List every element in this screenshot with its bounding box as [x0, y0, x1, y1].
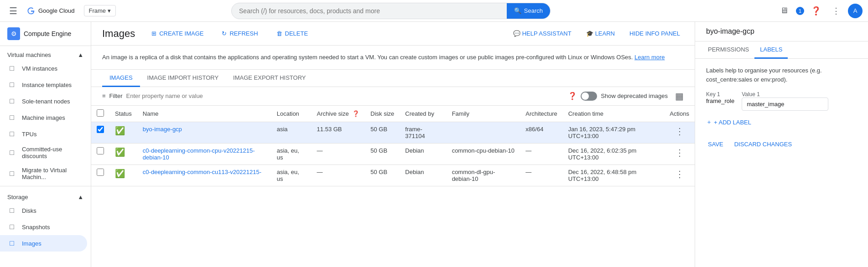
tab-image-import-history[interactable]: IMAGE IMPORT HISTORY	[140, 70, 226, 87]
sidebar-item-tpus[interactable]: □ TPUs	[0, 126, 87, 142]
hide-info-panel-button[interactable]: HIDE INFO PANEL	[626, 28, 684, 39]
vm-instances-icon: □	[7, 64, 16, 73]
created-by-cell-2: Debian	[400, 164, 446, 186]
compute-engine-section-header: ⚙ Compute Engine	[0, 22, 91, 46]
create-image-button[interactable]: ⊞ CREATE IMAGE	[146, 27, 209, 40]
deprecated-toggle-switch[interactable]	[581, 92, 597, 101]
col-archive-size: Archive size ❓	[312, 106, 365, 122]
sidebar-item-disks[interactable]: □ Disks	[0, 202, 87, 219]
created-by-cell-1: Debian	[400, 143, 446, 164]
sidebar-item-label: Snapshots	[22, 224, 50, 231]
table-row: ✅ byo-image-gcp asia 11.53 GB 50 GB fram…	[91, 122, 695, 143]
save-button[interactable]: SAVE	[706, 139, 725, 149]
right-panel-header: byo-image-gcp	[695, 22, 868, 41]
col-disk-size: Disk size	[365, 106, 400, 122]
panel-tabs: PERMISSIONS LABELS	[695, 41, 868, 59]
google-cloud-logo[interactable]: Google Cloud	[26, 6, 75, 15]
architecture-cell-0: x86/64	[520, 122, 562, 143]
vm-section-header[interactable]: Virtual machines ▲	[0, 46, 91, 60]
filter-label: Filter	[109, 92, 123, 99]
help-icon[interactable]: ❓	[808, 3, 824, 19]
images-table: Status Name Location Archive size ❓ Disk…	[91, 106, 695, 186]
row-more-icon-2[interactable]: ⋮	[673, 167, 686, 181]
discard-changes-button[interactable]: DISCARD CHANGES	[733, 139, 794, 149]
sidebar-item-migrate[interactable]: □ Migrate to Virtual Machin...	[0, 163, 87, 184]
image-name-link-2[interactable]: c0-deeplearning-common-cu113-v20221215-	[143, 169, 261, 175]
panel-tab-labels[interactable]: LABELS	[754, 41, 788, 59]
learn-label: LEARN	[595, 30, 615, 37]
sidebar-item-images[interactable]: □ Images	[0, 235, 87, 252]
col-created-by: Created by	[400, 106, 446, 122]
search-bar: 🔍 Search	[231, 3, 551, 19]
tab-images[interactable]: IMAGES	[102, 70, 140, 87]
help-assistant-icon: 💬	[513, 30, 520, 37]
refresh-label: REFRESH	[229, 30, 258, 37]
learn-icon: 🎓	[586, 30, 593, 37]
more-options-icon[interactable]: ⋮	[828, 3, 844, 19]
image-name-link-0[interactable]: byo-image-gcp	[143, 126, 182, 133]
filter-icon[interactable]: ≡	[102, 92, 106, 99]
label-row: Key 1 frame_role Value 1	[706, 91, 857, 111]
col-status: Status	[109, 106, 137, 122]
table-container: Status Name Location Archive size ❓ Disk…	[91, 106, 695, 186]
filter-input[interactable]	[126, 92, 564, 99]
delete-label: DELETE	[285, 30, 308, 37]
tab-image-export-history[interactable]: IMAGE EXPORT HISTORY	[226, 70, 313, 87]
row-checkbox-1[interactable]	[97, 147, 104, 154]
sidebar-item-label: Migrate to Virtual Machin...	[22, 167, 80, 180]
panel-tab-permissions[interactable]: PERMISSIONS	[702, 41, 754, 59]
delete-button[interactable]: 🗑 DELETE	[271, 27, 314, 40]
search-bar-container: 🔍 Search	[231, 3, 551, 19]
row-checkbox-0[interactable]	[97, 126, 104, 133]
add-label-button[interactable]: ＋ + ADD LABEL	[706, 116, 751, 128]
google-logo-icon	[26, 6, 36, 15]
sidebar-item-instance-templates[interactable]: □ Instance templates	[0, 77, 87, 93]
create-image-label: CREATE IMAGE	[159, 30, 203, 37]
row-more-icon-0[interactable]: ⋮	[673, 124, 686, 138]
topbar-actions: 🖥 1 ❓ ⋮ A	[776, 3, 863, 19]
sidebar-item-vm-instances[interactable]: □ VM instances	[0, 60, 87, 77]
vm-section-label: Virtual machines	[7, 51, 51, 58]
col-actions: Actions	[664, 106, 695, 122]
sidebar-item-label: Machine images	[22, 114, 65, 121]
archive-size-cell-2: —	[312, 164, 365, 186]
storage-section-header[interactable]: Storage ▲	[0, 188, 91, 202]
row-more-icon-1[interactable]: ⋮	[673, 146, 686, 159]
sidebar-item-sole-tenant[interactable]: □ Sole-tenant nodes	[0, 93, 87, 109]
filter-help-icon[interactable]: ❓	[568, 92, 577, 100]
frame-selector[interactable]: Frame ▾	[84, 5, 116, 16]
row-checkbox-2[interactable]	[97, 169, 104, 176]
label-value-header: Value 1	[742, 91, 828, 98]
sidebar-item-committed-use[interactable]: □ Committed-use discounts	[0, 142, 87, 163]
archive-size-info-icon[interactable]: ❓	[352, 110, 359, 117]
search-input[interactable]	[232, 7, 507, 15]
search-button[interactable]: 🔍 Search	[507, 3, 550, 19]
label-key-header: Key 1	[706, 91, 734, 98]
refresh-button[interactable]: ↻ REFRESH	[216, 27, 263, 40]
sole-tenant-icon: □	[7, 97, 16, 106]
avatar[interactable]: A	[848, 4, 863, 18]
sidebar-divider	[0, 186, 91, 186]
sidebar-item-machine-images[interactable]: □ Machine images	[0, 109, 87, 126]
select-all-checkbox[interactable]	[97, 109, 104, 117]
delete-icon: 🗑	[276, 30, 282, 37]
topbar: ☰ Google Cloud Frame ▾ 🔍 Search 🖥 1 ❓ ⋮ …	[0, 0, 868, 22]
status-ok-icon-0: ✅	[115, 126, 125, 135]
sidebar-item-snapshots[interactable]: □ Snapshots	[0, 219, 87, 235]
monitor-icon[interactable]: 🖥	[776, 3, 792, 19]
label-value-input[interactable]	[742, 98, 828, 111]
right-panel: byo-image-gcp PERMISSIONS LABELS Labels …	[695, 22, 868, 267]
filter-bar: ≡ Filter ❓ Show deprecated images ▦	[91, 87, 695, 106]
google-cloud-text: Google Cloud	[38, 7, 75, 14]
notification-badge[interactable]: 1	[796, 7, 804, 15]
columns-icon[interactable]: ▦	[675, 91, 684, 102]
learn-more-link[interactable]: Learn more	[634, 54, 665, 61]
learn-button[interactable]: 🎓 LEARN	[582, 28, 619, 39]
committed-use-icon: □	[7, 148, 16, 157]
image-name-link-1[interactable]: c0-deeplearning-common-cpu-v20221215-deb…	[143, 147, 255, 161]
disk-size-cell-0: 50 GB	[365, 122, 400, 143]
menu-icon[interactable]: ☰	[5, 2, 21, 20]
architecture-cell-2: —	[520, 164, 562, 186]
help-assistant-button[interactable]: 💬 HELP ASSISTANT	[509, 28, 575, 39]
sidebar-item-label: Instance templates	[22, 82, 72, 88]
